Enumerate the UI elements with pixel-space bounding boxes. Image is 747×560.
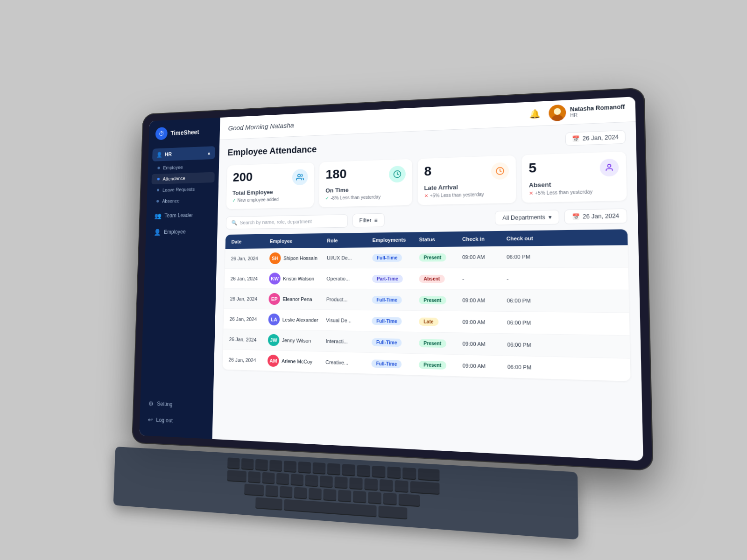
key xyxy=(298,462,311,473)
filter-lines-icon: ≡ xyxy=(374,217,377,224)
date-filter[interactable]: 📅 26 Jan, 2024 xyxy=(564,209,627,224)
cell-checkin: 09:00 AM xyxy=(462,297,507,303)
col-checkout: Check out xyxy=(507,235,552,242)
nav-group-hr[interactable]: 👤 HR ▲ xyxy=(152,146,215,161)
sidebar-item-team-leader[interactable]: 👥 Team Leader xyxy=(150,208,214,223)
sidebar-item-absence[interactable]: Absence xyxy=(151,195,214,207)
avatar: AM xyxy=(268,355,279,367)
cell-status: Present xyxy=(419,253,462,261)
key xyxy=(262,472,275,483)
search-box[interactable]: 🔍 Search by name, role, department xyxy=(226,214,348,229)
key xyxy=(357,465,370,476)
sidebar-item-setting[interactable]: ⚙ Setting xyxy=(144,396,209,413)
timesheet-logo-icon: ⏱ xyxy=(155,127,168,140)
cell-employee: LA Leslie Alexander xyxy=(268,314,326,326)
cell-checkout: - xyxy=(507,276,552,282)
cell-status: Present xyxy=(419,296,462,304)
cross-icon: ✕ xyxy=(529,190,533,196)
calendar-icon: 📅 xyxy=(572,135,580,142)
page-date-badge[interactable]: 📅 26 Jan, 2024 xyxy=(565,130,626,146)
setting-label: Setting xyxy=(157,400,172,407)
setting-icon: ⚙ xyxy=(148,400,154,407)
stat-number-ontime: 180 xyxy=(325,168,346,181)
tablet-frame: ⏱ TimeSheet 👤 HR ▲ xyxy=(132,87,654,471)
page-title: Employee Attendance xyxy=(227,144,317,157)
cell-date: 26 Jan, 2024 xyxy=(229,357,268,364)
topbar-right: 🔔 Natasha Roma xyxy=(527,101,625,122)
key xyxy=(399,494,420,506)
stat-icon-employees xyxy=(292,169,308,185)
cell-date: 26 Jan, 2024 xyxy=(231,276,269,281)
status-badge: Present xyxy=(419,296,446,304)
search-icon: 🔍 xyxy=(231,220,237,226)
key xyxy=(387,467,401,478)
stat-label-absent: Absent xyxy=(529,179,619,189)
key xyxy=(342,464,355,475)
logo-area[interactable]: ⏱ TimeSheet xyxy=(148,125,220,149)
avatar: SH xyxy=(269,252,281,264)
nav-dot xyxy=(157,178,160,181)
stats-grid: 200 Total Employee xyxy=(226,152,627,210)
stat-sub-absent: ✕ +5% Less than yesterday xyxy=(529,189,620,196)
sidebar-item-logout[interactable]: ↩ Log out xyxy=(144,412,209,429)
col-date: Date xyxy=(231,238,270,244)
tablet-wrapper: ⏱ TimeSheet 👤 HR ▲ xyxy=(132,87,654,471)
status-badge: Present xyxy=(419,253,446,262)
chevron-up-icon: ▲ xyxy=(207,150,211,155)
filter-button[interactable]: Filter ≡ xyxy=(352,213,385,228)
sidebar-employee-label: Employee xyxy=(163,165,183,170)
stat-sub-ontime: ✓ -8% Less than yesterday xyxy=(325,194,405,201)
employee-name: Jenny Wilson xyxy=(282,337,311,343)
cell-status: Present xyxy=(419,339,463,348)
nav-group-hr-label: 👤 HR xyxy=(156,151,172,158)
sidebar-attendance-label: Attendance xyxy=(163,175,185,182)
stat-number-late: 8 xyxy=(424,165,431,178)
stat-label-ontime: On Time xyxy=(325,185,405,194)
user-details: Natasha Romanoff HR xyxy=(570,104,625,118)
col-role: Role xyxy=(327,238,372,244)
sidebar-item-attendance[interactable]: Attendance xyxy=(151,172,214,184)
cell-employment: Full-Time xyxy=(372,338,419,347)
cell-role: Visual De... xyxy=(326,317,372,323)
cell-checkout: 06:00 PM xyxy=(507,364,554,371)
page-date: 26 Jan, 2024 xyxy=(583,134,619,142)
cell-status: Present xyxy=(419,360,463,370)
key xyxy=(402,467,416,479)
notification-bell-icon[interactable]: 🔔 xyxy=(527,106,543,122)
key xyxy=(309,488,322,499)
department-select[interactable]: All Departments ▾ xyxy=(495,210,559,225)
key xyxy=(280,486,292,497)
filter-label: Filter xyxy=(359,217,371,224)
stat-card-total-employee: 200 Total Employee xyxy=(226,162,315,209)
cell-employee: KW Kristin Watson xyxy=(269,273,326,285)
key xyxy=(255,497,282,509)
employee-name: Arlene McCoy xyxy=(282,358,312,365)
calendar-filter-icon: 📅 xyxy=(572,213,580,220)
cell-employee: JW Jenny Wilson xyxy=(268,334,326,347)
key xyxy=(294,487,307,498)
cross-icon: ✕ xyxy=(424,193,428,198)
key xyxy=(227,470,247,482)
key xyxy=(383,493,397,504)
key xyxy=(364,478,378,490)
table-row[interactable]: 26 Jan, 2024 SH Shipon Hossain UI/UX De.… xyxy=(225,245,628,269)
stat-icon-late xyxy=(491,162,509,180)
stat-icon-absent xyxy=(599,159,619,177)
person-icon: 👤 xyxy=(156,152,162,158)
logout-label: Log out xyxy=(156,417,173,424)
team-leader-label: Team Leader xyxy=(164,212,193,218)
nav-dot xyxy=(157,189,159,192)
table-row[interactable]: 26 Jan, 2024 KW Kristin Watson Operatio.… xyxy=(225,268,629,290)
cell-checkin: 09:00 AM xyxy=(462,319,507,326)
cell-employment: Full-Time xyxy=(372,296,419,304)
employee-name: Leslie Alexander xyxy=(282,317,318,323)
key xyxy=(334,476,347,488)
cell-checkin: - xyxy=(462,276,507,281)
sidebar-item-leave-requests[interactable]: Leave Requests xyxy=(151,183,215,196)
key xyxy=(327,463,340,474)
sidebar-item-employee-nav[interactable]: 👤 Employee xyxy=(150,224,213,239)
stat-card-late-arrival: 8 Late Arrival ✕ xyxy=(417,155,516,205)
dept-label: All Departments xyxy=(502,214,545,221)
sidebar-item-employee[interactable]: Employee xyxy=(152,161,215,174)
status-badge: Absent xyxy=(419,274,444,282)
